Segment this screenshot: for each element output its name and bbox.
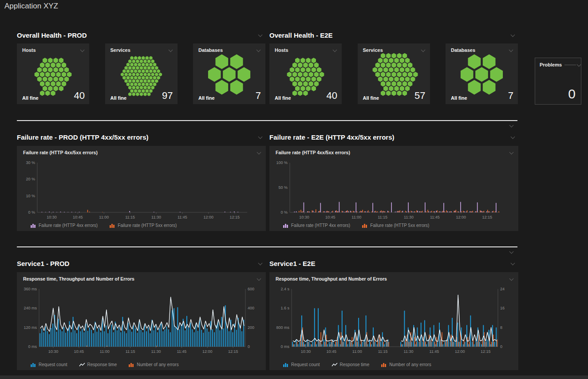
- legend-item-bar[interactable]: Failure rate (HTTP 4xx errors): [283, 223, 350, 228]
- health-tile-services-prod[interactable]: Services All fine97: [105, 43, 178, 104]
- svg-text:11:00: 11:00: [351, 215, 361, 219]
- legend-label: Number of any errors: [137, 362, 178, 367]
- svg-text:11:30: 11:30: [151, 349, 161, 354]
- section-title: Failure rate - E2E (HTTP 4xx/5xx errors): [269, 133, 395, 141]
- tile-title: Databases: [198, 47, 223, 53]
- chart-legend: Request countResponse timeNumber of any …: [30, 362, 179, 367]
- legend-item-bar[interactable]: Failure rate (HTTP 4xx errors): [30, 223, 98, 228]
- status-label: All fine: [363, 95, 379, 101]
- section-title: Overall Health - PROD: [17, 31, 87, 39]
- svg-text:11:15: 11:15: [126, 349, 135, 354]
- svg-text:12:15: 12:15: [481, 349, 491, 354]
- chevron-down-icon[interactable]: [168, 47, 174, 53]
- service-metrics-chart: 2.4 s1.6 s800 ms0 ms24168010:3010:4511:0…: [272, 284, 516, 358]
- svg-text:800 ms: 800 ms: [276, 325, 289, 330]
- chevron-down-icon[interactable]: [257, 134, 264, 140]
- tile-title: Hosts: [275, 47, 288, 53]
- status-label: All fine: [451, 95, 467, 101]
- legend-item-bar[interactable]: Failure rate (HTTP 5xx errors): [109, 223, 177, 228]
- health-tile-databases-prod[interactable]: Databases All fine7: [193, 43, 265, 104]
- section-header-health-prod: Overall Health - PROD: [17, 31, 264, 39]
- chevron-down-icon[interactable]: [257, 32, 264, 38]
- legend-label: Failure rate (HTTP 4xx errors): [39, 223, 98, 228]
- health-tile-hosts-e2e[interactable]: Hosts All fine40: [269, 43, 342, 104]
- chevron-down-icon[interactable]: [510, 260, 516, 266]
- svg-text:11:15: 11:15: [378, 215, 387, 219]
- database-hexagons: [446, 53, 518, 97]
- health-tile-databases-e2e[interactable]: Databases All fine7: [446, 43, 518, 104]
- svg-text:16: 16: [500, 306, 505, 310]
- svg-text:600: 600: [248, 287, 254, 291]
- legend-label: Number of any errors: [389, 362, 431, 367]
- chevron-down-icon[interactable]: [256, 47, 262, 53]
- legend-item-line[interactable]: Response time: [79, 362, 117, 367]
- svg-text:360 ms: 360 ms: [24, 287, 37, 291]
- svg-text:11:00: 11:00: [99, 215, 109, 219]
- svg-text:11:45: 11:45: [178, 215, 187, 219]
- chart-legend: Failure rate (HTTP 4xx errors)Failure ra…: [283, 223, 429, 228]
- chevron-down-icon[interactable]: [509, 249, 515, 255]
- chevron-down-icon[interactable]: [510, 134, 516, 140]
- section-header-failure-e2e: Failure rate - E2E (HTTP 4xx/5xx errors): [269, 133, 516, 141]
- svg-text:200: 200: [248, 325, 254, 330]
- chevron-down-icon[interactable]: [509, 276, 515, 282]
- tile-title: Services: [363, 47, 383, 53]
- legend-label: Request count: [39, 362, 67, 367]
- chevron-down-icon[interactable]: [509, 149, 515, 156]
- entity-count: 40: [74, 91, 85, 101]
- svg-text:11:45: 11:45: [430, 215, 440, 219]
- svg-text:1.6 s: 1.6 s: [280, 306, 289, 310]
- chevron-down-icon[interactable]: [79, 47, 86, 53]
- chart-title: Failure rate (HTTP 4xx/5xx errors): [23, 150, 98, 155]
- svg-text:11:30: 11:30: [404, 349, 414, 354]
- chevron-down-icon[interactable]: [256, 276, 262, 282]
- legend-label: Request count: [291, 362, 320, 367]
- problems-trend-line: [564, 65, 576, 65]
- svg-text:30 %: 30 %: [26, 160, 35, 165]
- entity-count: 97: [162, 91, 173, 101]
- svg-text:10:45: 10:45: [325, 215, 335, 219]
- chevron-down-icon[interactable]: [508, 47, 514, 53]
- failure-rate-chart: 100 %50 %0 %10:3010:4511:0011:1511:3011:…: [272, 157, 516, 224]
- problems-tile[interactable]: Problems 0: [535, 58, 581, 105]
- svg-text:12:00: 12:00: [204, 215, 214, 219]
- svg-text:12:15: 12:15: [482, 215, 492, 219]
- legend-item-bar[interactable]: Failure rate (HTTP 5xx errors): [362, 223, 429, 228]
- chevron-down-icon[interactable]: [332, 47, 338, 53]
- svg-text:240 ms: 240 ms: [24, 306, 37, 310]
- service-prod-chart-tile: Response time, Throughput and Number of …: [17, 272, 266, 370]
- legend-item-line[interactable]: Response time: [331, 362, 370, 367]
- svg-text:0 ms: 0 ms: [28, 344, 37, 349]
- legend-item-bar[interactable]: Request count: [283, 362, 320, 367]
- service-e2e-chart-tile: Response time, Throughput and Number of …: [269, 272, 518, 370]
- failure-rate-chart: 30 %20 %10 %0 %10:3010:4511:0011:1511:30…: [20, 157, 263, 224]
- next-row-peek: [0, 375, 588, 379]
- legend-item-bar[interactable]: Request count: [30, 362, 67, 367]
- health-tiles-prod: Hosts All fine40 Services All fine97 Dat…: [17, 43, 265, 104]
- legend-item-bar[interactable]: Number of any errors: [128, 362, 178, 367]
- svg-text:11:30: 11:30: [404, 215, 414, 219]
- chevron-down-icon[interactable]: [576, 62, 582, 68]
- legend-item-bar[interactable]: Number of any errors: [381, 362, 431, 367]
- chevron-down-icon[interactable]: [509, 122, 515, 129]
- chevron-down-icon[interactable]: [420, 47, 426, 53]
- svg-text:10:45: 10:45: [73, 215, 83, 219]
- chevron-down-icon[interactable]: [510, 32, 516, 38]
- problems-count: 0: [568, 86, 576, 102]
- status-label: All fine: [110, 95, 127, 101]
- svg-text:12:00: 12:00: [202, 349, 213, 354]
- svg-text:10:30: 10:30: [47, 215, 57, 219]
- legend-label: Failure rate (HTTP 4xx errors): [291, 223, 350, 228]
- chevron-down-icon[interactable]: [257, 260, 264, 266]
- svg-text:11:00: 11:00: [100, 349, 110, 354]
- status-label: All fine: [275, 95, 291, 101]
- svg-text:2.4 s: 2.4 s: [280, 287, 289, 291]
- svg-text:11:30: 11:30: [151, 215, 161, 219]
- section-title: Service1 - E2E: [269, 260, 315, 267]
- svg-text:400: 400: [248, 306, 254, 310]
- health-tile-hosts-prod[interactable]: Hosts All fine40: [17, 43, 89, 104]
- chevron-down-icon[interactable]: [256, 149, 262, 156]
- health-tile-services-e2e[interactable]: Services All fine57: [358, 43, 430, 104]
- legend-label: Response time: [340, 362, 370, 367]
- chart-title: Failure rate (HTTP 4xx/5xx errors): [276, 150, 350, 155]
